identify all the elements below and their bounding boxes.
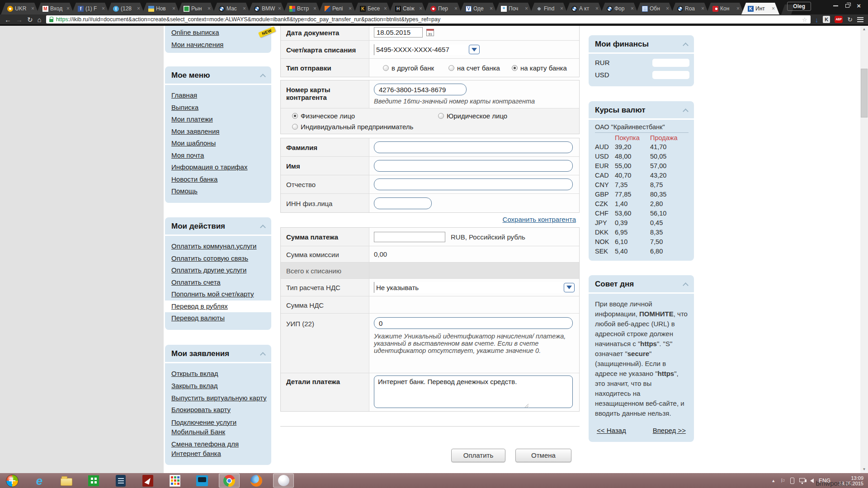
scrollbar-thumb[interactable] xyxy=(861,69,868,117)
taskbar-store-button[interactable] xyxy=(83,474,104,488)
sidebar-item-online-vypiska[interactable]: Online выписка xyxy=(171,27,267,39)
send-type-option[interactable]: на счет банка xyxy=(448,64,500,72)
browser-tab[interactable]: Релі× xyxy=(318,3,356,14)
sidebar-item[interactable]: Перевод валюты xyxy=(171,312,267,324)
back-icon[interactable]: ← xyxy=(5,16,11,23)
tab-close-icon[interactable]: × xyxy=(490,6,493,11)
address-bar[interactable]: https://ikib.ru/#uid=document&action=cre… xyxy=(46,15,811,23)
browser-tab[interactable]: Roa× xyxy=(671,3,709,14)
browser-tab[interactable]: HСвіж× xyxy=(389,3,427,14)
k-extension-icon[interactable]: K xyxy=(823,16,830,23)
browser-tab[interactable]: MВход× xyxy=(36,3,74,14)
browser-tab[interactable]: KИнт× xyxy=(741,3,779,14)
sidebar-item[interactable]: Подключение услуги Мобильный Банк xyxy=(171,416,267,438)
tab-close-icon[interactable]: × xyxy=(384,6,387,11)
tab-close-icon[interactable]: × xyxy=(278,6,281,11)
sidebar-item[interactable]: Закрыть вклад xyxy=(171,380,267,392)
tab-close-icon[interactable]: × xyxy=(772,6,775,11)
radio-icon[interactable] xyxy=(448,65,454,71)
sidebar-item[interactable]: Пополнить мой счет/карту xyxy=(171,288,267,300)
browser-tab[interactable]: Обн× xyxy=(636,3,674,14)
entity-type-option[interactable]: Индивидуальный предприниматель xyxy=(292,123,413,131)
browser-tab[interactable]: f(1) F× xyxy=(71,3,109,14)
home-icon[interactable]: ⌂ xyxy=(38,16,42,23)
tab-close-icon[interactable]: × xyxy=(525,6,528,11)
browser-tab[interactable]: KБесе× xyxy=(354,3,392,14)
sidebar-item[interactable]: Оплатить коммунал.услуги xyxy=(171,240,267,253)
uip-input[interactable] xyxy=(374,317,573,329)
tab-close-icon[interactable]: × xyxy=(560,6,563,11)
browser-tab[interactable]: VОде× xyxy=(459,3,497,14)
browser-tab[interactable]: А кт× xyxy=(565,3,603,14)
taskbar-dragon-button[interactable] xyxy=(137,474,158,488)
tip-back-link[interactable]: << Назад xyxy=(597,426,626,436)
collapse-icon[interactable] xyxy=(683,282,689,288)
bookmark-star-icon[interactable]: ☆ xyxy=(802,16,807,23)
tab-close-icon[interactable]: × xyxy=(631,6,634,11)
sidebar-item[interactable]: Мои шаблоны xyxy=(171,137,267,150)
radio-icon[interactable] xyxy=(438,113,444,119)
tab-close-icon[interactable]: × xyxy=(736,6,740,11)
taskbar-admin-button[interactable] xyxy=(110,474,131,488)
sidebar-item[interactable]: Помощь xyxy=(171,185,267,197)
lastname-input[interactable] xyxy=(374,141,573,153)
download-arrow-icon[interactable]: ↓ xyxy=(815,16,819,23)
tab-close-icon[interactable]: × xyxy=(454,6,458,11)
amount-input[interactable] xyxy=(374,232,445,242)
send-type-option[interactable]: в другой банк xyxy=(383,64,434,72)
url-text[interactable]: https://ikib.ru/#uid=document&action=cre… xyxy=(56,16,799,23)
radio-icon[interactable] xyxy=(292,124,298,130)
firstname-input[interactable] xyxy=(374,160,573,172)
sync-icon[interactable]: ↻ xyxy=(847,16,853,23)
taskbar-start-button[interactable] xyxy=(2,474,23,488)
collapse-icon[interactable] xyxy=(683,108,689,114)
taskbar-grid-button[interactable] xyxy=(165,474,185,488)
sidebar-item[interactable]: Информация о тарифах xyxy=(171,161,267,174)
sidebar-item[interactable]: Смена телефона для Интернет банка xyxy=(171,438,267,460)
sidebar-item[interactable]: Выписка xyxy=(171,102,267,114)
taskbar-folder-button[interactable] xyxy=(56,474,77,488)
account-dropdown-button[interactable] xyxy=(469,45,480,54)
cancel-button[interactable]: Отмена xyxy=(515,449,571,462)
sidebar-item[interactable]: Оплатить счета xyxy=(171,277,267,289)
browser-tab[interactable]: Фор× xyxy=(600,3,638,14)
browser-tab[interactable]: Пер× xyxy=(424,3,462,14)
tab-close-icon[interactable]: × xyxy=(595,6,599,11)
radio-icon[interactable] xyxy=(292,113,298,119)
date-input[interactable] xyxy=(374,27,423,38)
taskbar-ie-button[interactable]: e xyxy=(29,474,50,488)
sidebar-item[interactable]: Выпустить виртуальную карту xyxy=(171,392,267,404)
sidebar-item[interactable]: Мои платежи xyxy=(171,113,267,126)
adblock-plus-icon[interactable]: ABP xyxy=(835,16,843,23)
browser-tab[interactable]: Find× xyxy=(530,3,568,14)
tab-close-icon[interactable]: × xyxy=(66,6,70,11)
tip-forward-link[interactable]: Вперед >> xyxy=(653,426,686,436)
sidebar-item[interactable]: Моя почта xyxy=(171,150,267,162)
collapse-icon[interactable] xyxy=(260,352,266,358)
tab-close-icon[interactable]: × xyxy=(137,6,140,11)
vat-type-combobox[interactable]: Не указывать xyxy=(374,282,563,293)
pay-button[interactable]: Оплатить xyxy=(451,449,505,462)
calendar-icon[interactable]: 31 xyxy=(426,29,434,36)
sidebar-item[interactable]: Блокировать карту xyxy=(171,404,267,416)
radio-icon[interactable] xyxy=(512,65,518,71)
browser-tab[interactable]: *Поч× xyxy=(495,3,533,14)
collapse-icon[interactable] xyxy=(260,74,266,80)
browser-tab[interactable]: BMW× xyxy=(248,3,286,14)
tab-close-icon[interactable]: × xyxy=(313,6,316,11)
browser-profile-button[interactable]: Oleg xyxy=(787,2,811,11)
inn-input[interactable] xyxy=(374,197,432,209)
sidebar-item[interactable]: Открыть вклад xyxy=(171,368,267,380)
taskbar-sphere-button[interactable] xyxy=(273,474,294,488)
account-combobox[interactable]: 5495-XXXX-XXXX-4657 xyxy=(374,44,468,55)
collapse-icon[interactable] xyxy=(260,225,266,230)
browser-tab[interactable]: Рын× xyxy=(177,3,215,14)
browser-tab[interactable]: Мас× xyxy=(212,3,250,14)
send-type-option[interactable]: на карту банка xyxy=(512,64,567,72)
sidebar-item[interactable]: Перевод в рублях xyxy=(165,300,271,313)
taskbar-firefox-button[interactable] xyxy=(246,474,267,488)
radio-icon[interactable] xyxy=(383,65,389,71)
tab-close-icon[interactable]: × xyxy=(172,6,175,11)
card-number-input[interactable] xyxy=(374,84,467,95)
save-contragent-link[interactable]: Сохранить контрагента xyxy=(503,216,576,223)
